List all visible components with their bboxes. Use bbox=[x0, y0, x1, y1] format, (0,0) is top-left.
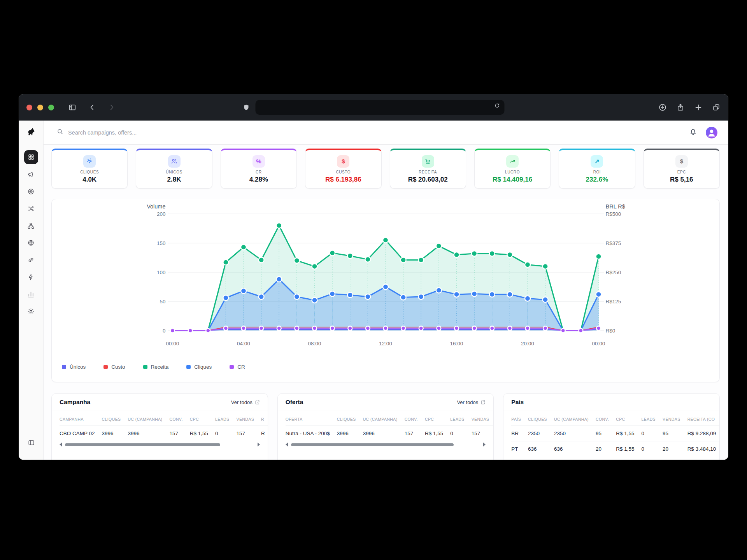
kpi-card-lucro: LUCRO R$ 14.409,16 bbox=[474, 149, 551, 189]
link-icon[interactable] bbox=[24, 253, 38, 267]
column-header: LEADS bbox=[215, 411, 236, 426]
traffic-chart-card: 0R$050R$125100R$250150R$375200R$500Volum… bbox=[51, 199, 720, 382]
legend-item[interactable]: Custo bbox=[103, 364, 125, 370]
svg-text:20:00: 20:00 bbox=[521, 341, 534, 346]
tab-overview-icon[interactable] bbox=[712, 103, 721, 112]
window-controls bbox=[26, 105, 54, 110]
desktop-background: CLIQUES 4.0K ÚNICOS 2.8K % CR 4.28% bbox=[0, 0, 747, 560]
new-tab-icon[interactable] bbox=[694, 103, 703, 112]
globe-icon[interactable] bbox=[24, 236, 38, 250]
zoom-button[interactable] bbox=[48, 105, 54, 110]
shield-icon[interactable] bbox=[243, 104, 250, 111]
titlebar-actions bbox=[658, 94, 721, 121]
address-bar[interactable] bbox=[256, 100, 505, 115]
scroll-left-icon[interactable] bbox=[60, 443, 62, 446]
column-header: UC (CAMPANHA) bbox=[363, 411, 405, 426]
percent-icon: % bbox=[253, 155, 265, 168]
avatar[interactable] bbox=[706, 127, 717, 138]
kpi-label: ROI bbox=[593, 170, 601, 174]
sidebar-toggle-icon[interactable] bbox=[68, 103, 77, 112]
sitemap-icon[interactable] bbox=[24, 219, 38, 233]
scrollbar-thumb[interactable] bbox=[65, 443, 220, 446]
svg-text:00:00: 00:00 bbox=[166, 341, 179, 346]
cell: 3996 bbox=[337, 426, 363, 441]
megaphone-icon[interactable] bbox=[24, 167, 38, 181]
cell: 157 bbox=[405, 426, 425, 441]
grid-icon[interactable] bbox=[24, 150, 38, 164]
zap-icon[interactable] bbox=[24, 270, 38, 284]
legend-swatch bbox=[103, 365, 108, 369]
column-header: R bbox=[261, 411, 268, 426]
scrollbar-thumb[interactable] bbox=[291, 443, 454, 446]
svg-text:Volume: Volume bbox=[147, 203, 165, 210]
legend-item[interactable]: CR bbox=[230, 364, 245, 370]
table-row[interactable]: Nutra - USA - 200$39963996157R$ 1,550157 bbox=[286, 426, 494, 441]
table-row[interactable]: BR2350235095R$ 1,55095R$ 9.288,09 bbox=[511, 426, 719, 441]
legend-item[interactable]: Únicos bbox=[62, 364, 86, 370]
share-icon[interactable] bbox=[676, 103, 685, 112]
legend-swatch bbox=[186, 365, 191, 369]
legend-swatch bbox=[62, 365, 66, 369]
kpi-label: CR bbox=[256, 170, 262, 174]
dog-logo[interactable] bbox=[26, 128, 36, 138]
external-link-icon bbox=[255, 400, 260, 405]
scroll-right-icon[interactable] bbox=[483, 443, 486, 446]
pais-title: País bbox=[511, 399, 524, 406]
pais-card: País PAÍSCLIQUESUC (CAMPANHA)CONV.CPCLEA… bbox=[503, 393, 720, 460]
legend-swatch bbox=[230, 365, 234, 369]
ver-todos-link[interactable]: Ver todos bbox=[457, 399, 486, 405]
reload-icon[interactable] bbox=[494, 103, 501, 109]
svg-text:R$125: R$125 bbox=[606, 299, 621, 304]
svg-text:08:00: 08:00 bbox=[308, 341, 321, 346]
cell: R$ 3.484,10 bbox=[687, 441, 719, 457]
shuffle-icon[interactable] bbox=[24, 201, 38, 215]
legend-item[interactable]: Receita bbox=[143, 364, 169, 370]
forward-icon[interactable] bbox=[108, 103, 116, 111]
column-header: CPC bbox=[190, 411, 215, 426]
bell-icon[interactable] bbox=[689, 128, 697, 137]
back-icon[interactable] bbox=[88, 103, 96, 111]
browser-titlebar bbox=[19, 94, 728, 121]
horizontal-scrollbar[interactable] bbox=[278, 441, 494, 446]
minimize-button[interactable] bbox=[37, 105, 43, 110]
kpi-label: EPC bbox=[677, 170, 686, 174]
svg-text:200: 200 bbox=[157, 211, 166, 217]
svg-text:R$500: R$500 bbox=[606, 211, 621, 217]
oferta-table: OFERTACLIQUESUC (CAMPANHA)CONV.CPCLEADSV… bbox=[286, 411, 494, 441]
campanha-table: CAMPANHACLIQUESUC (CAMPANHA)CONV.CPCLEAD… bbox=[60, 411, 268, 441]
scroll-right-icon[interactable] bbox=[258, 443, 260, 446]
kpi-value: 4.0K bbox=[82, 176, 96, 184]
download-icon[interactable] bbox=[658, 103, 667, 112]
table-row[interactable]: PT63663620R$ 1,55020R$ 3.484,10 bbox=[511, 441, 719, 457]
cell: 157 bbox=[472, 426, 494, 441]
cell: 157 bbox=[237, 426, 261, 441]
close-button[interactable] bbox=[26, 105, 32, 110]
kpi-value: 4.28% bbox=[249, 176, 268, 184]
legend-item[interactable]: Cliques bbox=[186, 364, 212, 370]
dashboard-content: CLIQUES 4.0K ÚNICOS 2.8K % CR 4.28% bbox=[44, 145, 728, 460]
tables-row: Campanha Ver todos CAMPANHACLIQUESUC (CA… bbox=[51, 393, 720, 460]
column-header: CAMPANHA bbox=[60, 411, 102, 426]
cell: BR bbox=[511, 426, 528, 441]
cell: 2350 bbox=[528, 426, 554, 441]
column-header: LEADS bbox=[450, 411, 471, 426]
horizontal-scrollbar[interactable] bbox=[52, 441, 268, 446]
cell: 157 bbox=[169, 426, 189, 441]
column-header: VENDAS bbox=[472, 411, 494, 426]
ver-todos-link[interactable]: Ver todos bbox=[231, 399, 260, 405]
bar-chart-icon[interactable] bbox=[24, 287, 38, 301]
legend-label: CR bbox=[237, 364, 245, 370]
scroll-left-icon[interactable] bbox=[286, 443, 288, 446]
kpi-label: RECEITA bbox=[419, 170, 437, 174]
table-row[interactable]: CBO CAMP 0239963996157R$ 1,550157R bbox=[60, 426, 268, 441]
panel-toggle-icon[interactable] bbox=[24, 436, 38, 450]
target-icon[interactable] bbox=[24, 184, 38, 198]
cell: 0 bbox=[450, 426, 471, 441]
cell: R$ 1,55 bbox=[190, 426, 215, 441]
kpi-card-cr: % CR 4.28% bbox=[221, 149, 297, 189]
search-input[interactable] bbox=[68, 130, 231, 136]
column-header: UC (CAMPANHA) bbox=[554, 411, 596, 426]
app-root: CLIQUES 4.0K ÚNICOS 2.8K % CR 4.28% bbox=[19, 121, 728, 460]
kpi-value: R$ 14.409,16 bbox=[493, 176, 532, 184]
gear-icon[interactable] bbox=[24, 304, 38, 318]
